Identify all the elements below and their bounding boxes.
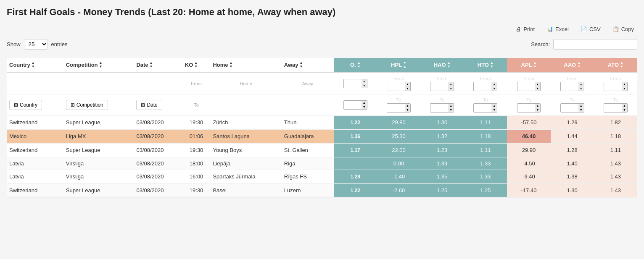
col-date[interactable]: Date ▲▼ (134, 58, 182, 73)
cell-date: 03/08/2020 (134, 143, 182, 157)
cell-apl: 46.40 (507, 129, 550, 143)
show-label: Show (7, 41, 21, 47)
hao-to-up[interactable]: ▲ (448, 104, 454, 108)
col-away[interactable]: Away ▲▼ (282, 58, 334, 73)
hto-to-down[interactable]: ▼ (491, 108, 497, 112)
cell-home: Basel (210, 183, 281, 197)
col-aao[interactable]: AAO ▲▼ (551, 58, 594, 73)
ato-to-down[interactable]: ▼ (622, 108, 627, 112)
ato-to-up[interactable]: ▲ (622, 104, 627, 108)
cell-ato: 1.11 (594, 143, 637, 157)
filter-aao-from-cell: From ▲ ▼ (551, 73, 594, 94)
o-to-input[interactable] (344, 102, 362, 108)
col-home[interactable]: Home ▲▼ (210, 58, 281, 73)
cell-hto: 1.33 (464, 170, 507, 183)
cell-home: Santos Laguna (210, 129, 281, 143)
apl-from-input[interactable] (517, 83, 535, 90)
apl-from-down[interactable]: ▼ (535, 86, 541, 91)
o-from-down[interactable]: ▼ (362, 84, 367, 88)
table-row: Switzerland Super League 03/08/2020 19:3… (7, 183, 637, 197)
apl-to-down[interactable]: ▼ (535, 108, 541, 112)
filter-home-cell: Home (210, 73, 281, 94)
cell-ko: 16:00 (182, 170, 211, 183)
hao-to-down[interactable]: ▼ (448, 108, 454, 112)
hao-to-label: To (423, 97, 461, 102)
cell-hto: 1.11 (464, 143, 507, 157)
home-filter-label: Home (240, 81, 252, 86)
aao-to-input[interactable] (561, 105, 578, 111)
hpl-to-down[interactable]: ▼ (405, 108, 410, 112)
hao-to-input[interactable] (430, 105, 448, 111)
cell-country: Switzerland (7, 115, 63, 129)
col-competition[interactable]: Competition ▲▼ (63, 58, 134, 73)
country-filter-button[interactable]: ⊞ Country (9, 100, 42, 110)
aao-from-label: From (553, 76, 591, 81)
col-hto[interactable]: HTO ▲▼ (464, 58, 507, 73)
ato-from-up[interactable]: ▲ (622, 82, 627, 86)
cell-aao: 1.44 (551, 129, 594, 143)
filter-hto-to-cell: To ▲ ▼ (464, 94, 507, 115)
cell-country: Switzerland (7, 143, 63, 157)
cell-aao: 1.38 (551, 170, 594, 183)
hao-sort-icon: ▲▼ (447, 61, 451, 69)
ato-from-down[interactable]: ▼ (622, 86, 627, 91)
hpl-to-input[interactable] (387, 105, 405, 111)
hpl-from-down[interactable]: ▼ (405, 86, 410, 91)
date-filter-button[interactable]: ⊞ Date (136, 100, 162, 110)
o-from-input[interactable] (344, 80, 362, 87)
aao-from-down[interactable]: ▼ (578, 86, 584, 91)
hto-from-input[interactable] (474, 83, 491, 90)
col-hpl[interactable]: HPL ▼▲ (377, 58, 420, 73)
cell-date: 03/08/2020 (134, 170, 182, 183)
search-input[interactable] (553, 39, 637, 50)
hto-from-down[interactable]: ▼ (491, 86, 497, 91)
o-to-up[interactable]: ▲ (362, 101, 367, 105)
hpl-from-input[interactable] (387, 83, 405, 90)
cell-away: Rīgas FS (282, 170, 334, 183)
home-sort-icon: ▲▼ (230, 61, 233, 69)
competition-filter-button[interactable]: ⊞ Competition (66, 100, 108, 110)
cell-ato: 1.43 (594, 183, 637, 197)
col-ko[interactable]: KO ▲▼ (182, 58, 211, 73)
aao-from-input[interactable] (561, 83, 578, 90)
country-sort-icon: ▲▼ (32, 61, 35, 69)
filter-ko-to-cell: To (182, 94, 211, 115)
filter-apl-from-cell: From ▲ ▼ (507, 73, 550, 94)
aao-to-up[interactable]: ▲ (578, 104, 584, 108)
hpl-from-up[interactable]: ▲ (405, 82, 410, 86)
hpl-to-up[interactable]: ▲ (405, 104, 410, 108)
col-ato[interactable]: ATO ▲▼ (594, 58, 637, 73)
excel-button[interactable]: 📊 Excel (543, 24, 572, 34)
entries-label: entries (51, 41, 68, 47)
ato-to-input[interactable] (604, 105, 622, 111)
ato-sort-icon: ▲▼ (620, 61, 623, 69)
csv-button[interactable]: 📄 CSV (577, 24, 604, 34)
cell-hpl: -2.60 (377, 183, 420, 197)
apl-from-up[interactable]: ▲ (535, 82, 541, 86)
filter-country-cell (7, 73, 63, 94)
o-to-down[interactable]: ▼ (362, 105, 367, 109)
col-country[interactable]: Country ▲▼ (7, 58, 63, 73)
hto-to-up[interactable]: ▲ (491, 104, 497, 108)
ato-from-label: From (596, 76, 635, 81)
col-o[interactable]: O. ▲▼ (334, 58, 377, 73)
entries-select[interactable]: 25 50 100 (24, 39, 48, 50)
ato-from-input[interactable] (604, 83, 622, 90)
hao-from-input[interactable] (430, 83, 448, 90)
aao-to-down[interactable]: ▼ (578, 108, 584, 112)
copy-button[interactable]: 📋 Copy (609, 24, 637, 34)
hto-to-input[interactable] (474, 105, 491, 111)
hto-from-up[interactable]: ▲ (491, 82, 497, 86)
col-apl[interactable]: APL ▲▼ (507, 58, 550, 73)
hao-from-down[interactable]: ▼ (448, 86, 454, 91)
print-button[interactable]: 🖨 Print (512, 24, 538, 34)
col-hao[interactable]: HAO ▲▼ (420, 58, 464, 73)
o-from-up[interactable]: ▲ (362, 79, 367, 84)
cell-competition: Liga MX (63, 129, 134, 143)
cell-ko: 18:00 (182, 157, 211, 170)
aao-from-up[interactable]: ▲ (578, 82, 584, 86)
apl-to-input[interactable] (517, 105, 535, 111)
hao-from-label: From (423, 76, 461, 81)
hao-from-up[interactable]: ▲ (448, 82, 454, 86)
apl-to-up[interactable]: ▲ (535, 104, 541, 108)
